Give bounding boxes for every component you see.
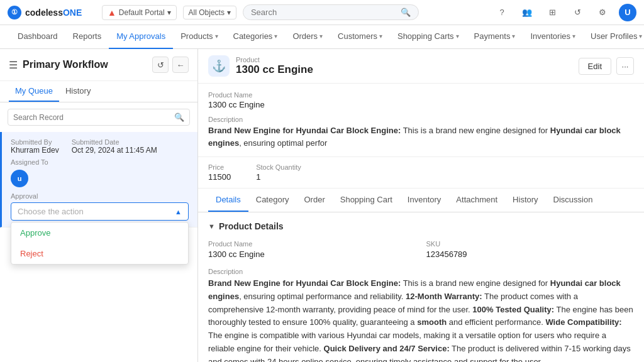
product-details-section-header[interactable]: ▼ Product Details xyxy=(208,221,634,231)
search-icon: 🔍 xyxy=(401,8,411,17)
approval-chevron-icon: ▲ xyxy=(175,208,182,216)
section-title: Product Details xyxy=(219,221,284,231)
nav-item-categories[interactable]: Categories ▾ xyxy=(226,25,286,49)
detail-product-name-value: 1300 cc Engine xyxy=(208,250,416,259)
approval-label: Approval xyxy=(11,192,189,200)
price-stock-area: Price 11500 Stock Quantity 1 xyxy=(198,157,644,189)
logo: ① codelessONE xyxy=(8,6,96,19)
detail-desc-bold-7: Quick Delivery and 24/7 Service: xyxy=(324,344,450,353)
detail-desc-bold-4: 100% Tested Quality: xyxy=(472,305,554,314)
price-item: Price 11500 xyxy=(208,163,231,182)
inventories-chevron: ▾ xyxy=(572,33,575,40)
stock-qty-label: Stock Quantity xyxy=(256,163,301,171)
tab-history[interactable]: History xyxy=(59,81,97,102)
detail-desc-bold-1: Brand New Engine for Hyundai Car Block E… xyxy=(208,278,401,288)
main-content: ☰ Primary Workflow ↺ ← My Queue History … xyxy=(0,49,644,362)
nav-item-shopping-carts[interactable]: Shopping Carts ▾ xyxy=(390,25,467,49)
product-fields: Product Name 1300 cc Engine Description … xyxy=(198,84,644,157)
nav-item-inventories[interactable]: Inventories ▾ xyxy=(523,25,583,49)
approval-select-trigger[interactable]: Choose the action ▲ xyxy=(11,202,189,221)
detail-product-name-field: Product Name 1300 cc Engine xyxy=(208,240,416,259)
detail-tab-category[interactable]: Category xyxy=(248,189,297,212)
nav-item-user-profiles[interactable]: User Profiles ▾ xyxy=(583,25,644,49)
right-panel-header: ⚓ Product 1300 cc Engine Edit ··· xyxy=(198,49,644,84)
back-button[interactable]: ← xyxy=(172,57,189,73)
top-bar: ① codelessONE ▲ Default Portal ▾ All Obj… xyxy=(0,0,644,25)
panel-header-actions: ↺ ← xyxy=(152,57,189,73)
all-objects-label: All Objects xyxy=(189,8,225,17)
product-type-label: Product xyxy=(236,56,313,63)
detail-tab-discussion[interactable]: Discussion xyxy=(546,189,601,212)
refresh-button[interactable]: ↺ xyxy=(152,57,169,73)
detail-description-section: Description Brand New Engine for Hyundai… xyxy=(208,268,634,362)
detail-desc-bold-5: smooth xyxy=(417,317,447,327)
search-bar[interactable]: 🔍 xyxy=(243,4,419,20)
search-input[interactable] xyxy=(251,8,397,17)
categories-chevron: ▾ xyxy=(274,33,277,40)
detail-sku-value: 123456789 xyxy=(426,250,635,259)
product-icon-area: ⚓ Product 1300 cc Engine xyxy=(208,55,579,77)
logo-icon: ① xyxy=(8,6,21,19)
detail-fields-grid: Product Name 1300 cc Engine SKU 12345678… xyxy=(208,240,634,259)
reject-option[interactable]: Reject xyxy=(11,243,188,264)
approval-dropdown-menu: Approve Reject xyxy=(11,222,189,265)
portal-chevron: ▾ xyxy=(167,8,171,17)
detail-tab-order[interactable]: Order xyxy=(297,189,333,212)
users-icon[interactable]: 👥 xyxy=(518,4,536,21)
approve-option[interactable]: Approve xyxy=(11,222,188,243)
product-main-title: 1300 cc Engine xyxy=(236,63,313,76)
desc-bold-1: Brand New Engine for Hyundai Car Block E… xyxy=(208,126,401,135)
nav-item-dashboard[interactable]: Dashboard xyxy=(10,25,65,49)
list-icon[interactable]: ☰ xyxy=(9,59,18,71)
tab-my-queue[interactable]: My Queue xyxy=(9,81,59,102)
search-record-bar[interactable]: 🔍 xyxy=(8,109,190,126)
top-icons: ? 👥 ⊞ ↺ ⚙ U xyxy=(493,4,636,21)
more-options-button[interactable]: ··· xyxy=(616,57,634,75)
submitted-by-group: Submitted By Khurram Edev xyxy=(11,138,59,155)
orders-chevron: ▾ xyxy=(319,33,323,40)
stock-qty-value: 1 xyxy=(256,172,301,182)
product-name-field-value: 1300 cc Engine xyxy=(208,100,634,109)
submitted-date-group: Submitted Date Oct 29, 2024 at 11:45 AM xyxy=(72,138,157,155)
settings-icon[interactable]: ⚙ xyxy=(594,4,611,21)
help-icon[interactable]: ? xyxy=(493,4,511,21)
portal-button[interactable]: ▲ Default Portal ▾ xyxy=(102,5,177,20)
description-field-value: Brand New Engine for Hyundai Car Block E… xyxy=(208,124,634,149)
detail-tab-history[interactable]: History xyxy=(505,189,545,212)
nav-item-payments[interactable]: Payments ▾ xyxy=(467,25,523,49)
shopping-carts-chevron: ▾ xyxy=(456,33,459,40)
search-record-input[interactable] xyxy=(13,113,170,122)
detail-sku-label: SKU xyxy=(426,240,635,248)
nav-item-customers[interactable]: Customers ▾ xyxy=(330,25,390,49)
product-title-area: Product 1300 cc Engine xyxy=(236,56,313,76)
user-avatar[interactable]: U xyxy=(619,4,636,21)
all-objects-button[interactable]: All Objects ▾ xyxy=(183,6,236,19)
nav-item-reports[interactable]: Reports xyxy=(65,25,109,49)
nav-item-products[interactable]: Products ▾ xyxy=(173,25,225,49)
detail-tab-inventory[interactable]: Inventory xyxy=(400,189,448,212)
detail-product-name-label: Product Name xyxy=(208,240,416,248)
detail-desc-bold-6: Wide Compatibility: xyxy=(545,317,621,327)
products-chevron: ▾ xyxy=(215,33,218,40)
left-panel-header: ☰ Primary Workflow ↺ ← xyxy=(0,49,197,81)
panel-title: Primary Workflow xyxy=(23,59,147,70)
edit-button[interactable]: Edit xyxy=(579,58,611,75)
detail-tab-attachment[interactable]: Attachment xyxy=(448,189,505,212)
nav-item-orders[interactable]: Orders ▾ xyxy=(285,25,330,49)
logo-one: ONE xyxy=(63,8,82,18)
user-profiles-chevron: ▾ xyxy=(639,33,642,40)
history-icon[interactable]: ↺ xyxy=(569,4,586,21)
submitted-date-value: Oct 29, 2024 at 11:45 AM xyxy=(72,146,157,155)
approval-dropdown[interactable]: Choose the action ▲ Approve Reject xyxy=(11,202,189,221)
detail-tab-shopping-cart[interactable]: Shopping Cart xyxy=(333,189,400,212)
stock-qty-item: Stock Quantity 1 xyxy=(256,163,301,182)
portal-icon: ▲ xyxy=(108,8,116,18)
nav-bar: Dashboard Reports My Approvals Products … xyxy=(0,25,644,49)
nav-item-approvals[interactable]: My Approvals xyxy=(109,25,173,49)
detail-tab-details[interactable]: Details xyxy=(208,189,248,212)
detail-description-label: Description xyxy=(208,268,634,275)
detail-content: ▼ Product Details Product Name 1300 cc E… xyxy=(198,212,644,362)
all-objects-chevron: ▾ xyxy=(227,8,231,17)
record-item[interactable]: Submitted By Khurram Edev Submitted Date… xyxy=(0,132,197,228)
grid-icon[interactable]: ⊞ xyxy=(543,4,561,21)
